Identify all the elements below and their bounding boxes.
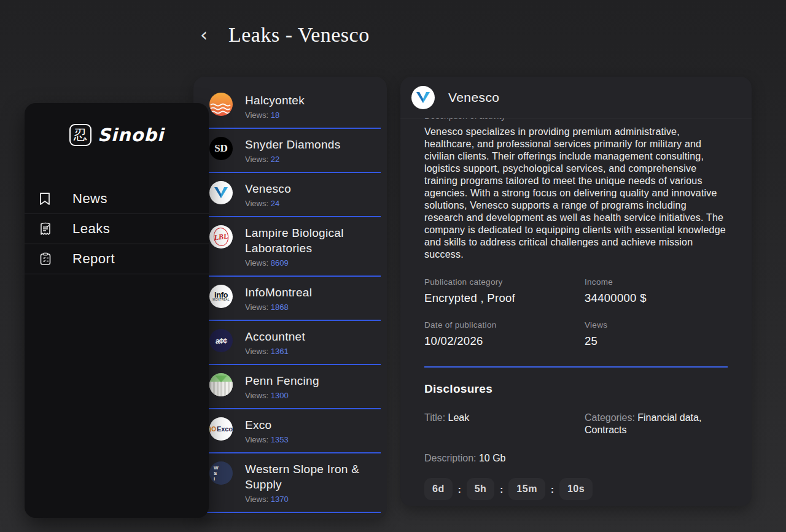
company-name: Penn Fencing xyxy=(245,373,319,388)
field-date-of-publication: Date of publication 10/02/2026 xyxy=(424,320,585,348)
field-label: Views xyxy=(585,320,728,330)
venesco-logo xyxy=(209,181,233,204)
field-views: Views 25 xyxy=(585,320,728,348)
views-count: 1868 xyxy=(271,303,289,312)
views-label: Views: xyxy=(245,303,268,312)
timer-separator: : xyxy=(551,484,554,495)
bookmark-icon xyxy=(39,192,52,206)
sidebar-item-leaks[interactable]: Leaks xyxy=(25,214,209,244)
sidebar-item-label: News xyxy=(72,191,107,207)
company-name: Venesco xyxy=(245,181,291,196)
field-value: 34400000 $ xyxy=(585,291,728,305)
brand-text: Sinobi xyxy=(98,125,164,145)
disclosures-divider xyxy=(424,366,728,368)
infomontreal-logo: info MONTREAL xyxy=(209,285,233,308)
list-item-lampire[interactable]: LBL Lampire Biological Laboratories View… xyxy=(206,217,381,277)
countdown-timer: 6d : 5h : 15m : 10s xyxy=(424,478,728,500)
page-header: ‹ Leaks - Venesco xyxy=(195,23,370,47)
disclosures-heading: Disclosures xyxy=(424,382,728,396)
halcyontek-logo xyxy=(209,93,233,116)
list-item-venesco[interactable]: Venesco Views: 24 xyxy=(206,173,381,217)
description-value: 10 Gb xyxy=(479,453,506,463)
logo-monogram: SD xyxy=(214,142,228,155)
ninja-kanji-icon: 忍 xyxy=(69,124,91,146)
field-publication-category: Publication category Encrypted , Proof xyxy=(424,277,585,305)
timer-separator: : xyxy=(500,484,503,495)
exco-logo: )O Exco xyxy=(209,417,233,441)
list-item-accountnet[interactable]: a¢¢ Accountnet Views: 1361 xyxy=(206,321,381,365)
logo-line: W xyxy=(214,465,219,471)
disclosure-description: Description: 10 Gb xyxy=(424,452,728,465)
disclosure-title: Title: Leak xyxy=(424,412,585,436)
views-count: 8609 xyxy=(271,258,289,268)
field-value: 25 xyxy=(585,334,728,348)
detail-company-title: Venesco xyxy=(448,90,499,105)
views-label: Views: xyxy=(245,110,268,120)
sinobi-logo: 忍 Sinobi xyxy=(25,120,209,150)
clipped-scroll-text: Description of activity xyxy=(424,118,728,123)
timer-separator: : xyxy=(458,484,461,495)
views-label: Views: xyxy=(245,155,268,164)
field-label: Income xyxy=(585,277,728,287)
timer-hours: 5h xyxy=(467,478,495,500)
companies-list-panel: Halcyontek Views: 18 SD Snyder Diamonds … xyxy=(193,77,387,519)
receipt-icon xyxy=(39,222,52,236)
clipboard-icon xyxy=(39,252,52,266)
sidebar-item-label: Report xyxy=(72,251,115,267)
accountnet-logo: a¢¢ xyxy=(209,329,233,352)
sidebar-item-label: Leaks xyxy=(72,221,110,237)
disclosure-row: Title: Leak Categories: Financial data, … xyxy=(424,412,728,436)
sidebar-nav: News Leaks Report xyxy=(25,184,209,274)
lampire-logo: LBL xyxy=(209,225,233,249)
list-item-western-slope[interactable]: W S I Western Slope Iron & Supply Views:… xyxy=(206,453,381,513)
views-count: 1370 xyxy=(271,495,289,504)
views-label: Views: xyxy=(245,347,268,356)
back-button[interactable]: ‹ xyxy=(195,23,212,47)
logo-mark: )O xyxy=(209,426,216,433)
company-name: Lampire Biological Laboratories xyxy=(245,225,381,256)
company-name: InfoMontreal xyxy=(245,285,312,300)
company-name: Exco xyxy=(245,417,289,433)
detail-header: Venesco xyxy=(400,77,752,118)
title-value: Leak xyxy=(448,412,470,423)
field-label: Publication category xyxy=(424,277,585,287)
company-name: Accountnet xyxy=(245,329,305,344)
field-value: 10/02/2026 xyxy=(424,334,585,348)
logo-monogram: LBL xyxy=(212,226,230,247)
views-label: Views: xyxy=(245,435,268,444)
disclosure-categories: Categories: Financial data, Contracts xyxy=(585,412,728,436)
list-item-exco[interactable]: )O Exco Exco Views: 1353 xyxy=(206,409,381,453)
sidebar-item-report[interactable]: Report xyxy=(25,244,209,274)
description-label: Description: xyxy=(424,453,479,463)
western-slope-logo: W S I xyxy=(209,461,233,485)
company-detail-panel: Venesco Description of activity Venesco … xyxy=(400,77,752,506)
views-count: 22 xyxy=(271,155,279,164)
detail-body[interactable]: Description of activity Venesco speciali… xyxy=(400,118,752,500)
company-name: Western Slope Iron & Supply xyxy=(245,461,381,492)
timer-seconds: 10s xyxy=(559,478,593,500)
penn-fencing-logo xyxy=(209,373,233,396)
company-list: Halcyontek Views: 18 SD Snyder Diamonds … xyxy=(193,85,387,513)
views-count: 1300 xyxy=(271,391,289,400)
company-name: Halcyontek xyxy=(245,93,305,108)
arrow-graphic xyxy=(215,376,227,382)
list-item-infomontreal[interactable]: info MONTREAL InfoMontreal Views: 1868 xyxy=(206,277,381,321)
venesco-logo xyxy=(411,86,435,109)
logo-text: Exco xyxy=(217,425,233,433)
views-count: 1353 xyxy=(271,435,289,444)
page-title: Leaks - Venesco xyxy=(228,23,370,47)
timer-minutes: 15m xyxy=(508,478,545,500)
views-label: Views: xyxy=(245,199,268,208)
views-label: Views: xyxy=(245,391,268,400)
list-item-snyder-diamonds[interactable]: SD Snyder Diamonds Views: 22 xyxy=(206,129,381,173)
list-item-halcyontek[interactable]: Halcyontek Views: 18 xyxy=(206,85,381,129)
logo-line: S xyxy=(214,471,217,476)
categories-label: Categories: xyxy=(585,412,637,423)
sidebar: 忍 Sinobi News Leaks Report xyxy=(25,103,209,518)
views-label: Views: xyxy=(245,258,268,268)
views-count: 1361 xyxy=(271,347,289,356)
list-item-penn-fencing[interactable]: Penn Fencing Views: 1300 xyxy=(206,365,381,409)
sidebar-item-news[interactable]: News xyxy=(25,184,209,214)
field-label: Date of publication xyxy=(424,320,585,330)
logo-text: info xyxy=(214,291,228,298)
